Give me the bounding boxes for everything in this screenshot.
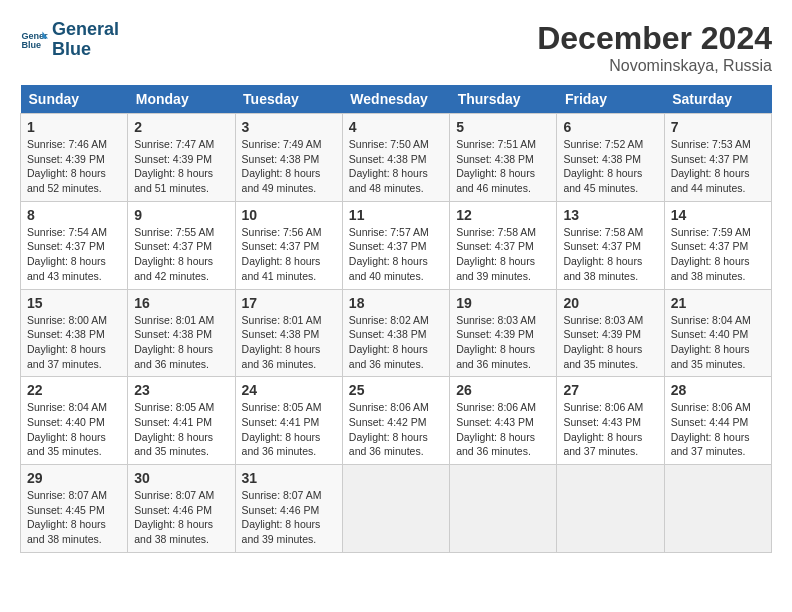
cell-content: Sunrise: 8:03 AM Sunset: 4:39 PM Dayligh…: [563, 313, 657, 372]
cell-content: Sunrise: 8:06 AM Sunset: 4:43 PM Dayligh…: [563, 400, 657, 459]
calendar-cell: 21 Sunrise: 8:04 AM Sunset: 4:40 PM Dayl…: [664, 289, 771, 377]
sunset-label: Sunset: 4:37 PM: [671, 153, 749, 165]
cell-content: Sunrise: 8:07 AM Sunset: 4:46 PM Dayligh…: [242, 488, 336, 547]
daylight-label: Daylight: 8 hours and 43 minutes.: [27, 255, 106, 282]
sunset-label: Sunset: 4:37 PM: [134, 240, 212, 252]
day-number: 19: [456, 295, 550, 311]
sunrise-label: Sunrise: 8:03 AM: [456, 314, 536, 326]
cell-content: Sunrise: 8:04 AM Sunset: 4:40 PM Dayligh…: [671, 313, 765, 372]
daylight-label: Daylight: 8 hours and 39 minutes.: [242, 518, 321, 545]
daylight-label: Daylight: 8 hours and 38 minutes.: [27, 518, 106, 545]
cell-content: Sunrise: 7:46 AM Sunset: 4:39 PM Dayligh…: [27, 137, 121, 196]
sunrise-label: Sunrise: 7:57 AM: [349, 226, 429, 238]
daylight-label: Daylight: 8 hours and 36 minutes.: [242, 343, 321, 370]
svg-text:Blue: Blue: [21, 40, 41, 50]
column-header-wednesday: Wednesday: [342, 85, 449, 114]
day-number: 21: [671, 295, 765, 311]
sunrise-label: Sunrise: 7:59 AM: [671, 226, 751, 238]
logo-text: GeneralBlue: [52, 20, 119, 60]
column-header-friday: Friday: [557, 85, 664, 114]
day-number: 7: [671, 119, 765, 135]
sunset-label: Sunset: 4:41 PM: [242, 416, 320, 428]
calendar-cell: 22 Sunrise: 8:04 AM Sunset: 4:40 PM Dayl…: [21, 377, 128, 465]
daylight-label: Daylight: 8 hours and 35 minutes.: [27, 431, 106, 458]
calendar-cell: 15 Sunrise: 8:00 AM Sunset: 4:38 PM Dayl…: [21, 289, 128, 377]
column-header-monday: Monday: [128, 85, 235, 114]
calendar-cell: [557, 465, 664, 553]
sunset-label: Sunset: 4:37 PM: [456, 240, 534, 252]
sunrise-label: Sunrise: 7:53 AM: [671, 138, 751, 150]
sunset-label: Sunset: 4:38 PM: [349, 328, 427, 340]
cell-content: Sunrise: 8:07 AM Sunset: 4:46 PM Dayligh…: [134, 488, 228, 547]
calendar-cell: 3 Sunrise: 7:49 AM Sunset: 4:38 PM Dayli…: [235, 114, 342, 202]
calendar-week-1: 1 Sunrise: 7:46 AM Sunset: 4:39 PM Dayli…: [21, 114, 772, 202]
day-number: 12: [456, 207, 550, 223]
sunset-label: Sunset: 4:40 PM: [671, 328, 749, 340]
daylight-label: Daylight: 8 hours and 44 minutes.: [671, 167, 750, 194]
day-number: 13: [563, 207, 657, 223]
daylight-label: Daylight: 8 hours and 41 minutes.: [242, 255, 321, 282]
sunset-label: Sunset: 4:38 PM: [563, 153, 641, 165]
daylight-label: Daylight: 8 hours and 49 minutes.: [242, 167, 321, 194]
daylight-label: Daylight: 8 hours and 36 minutes.: [456, 431, 535, 458]
cell-content: Sunrise: 7:57 AM Sunset: 4:37 PM Dayligh…: [349, 225, 443, 284]
cell-content: Sunrise: 8:07 AM Sunset: 4:45 PM Dayligh…: [27, 488, 121, 547]
sunset-label: Sunset: 4:45 PM: [27, 504, 105, 516]
daylight-label: Daylight: 8 hours and 38 minutes.: [134, 518, 213, 545]
sunrise-label: Sunrise: 8:05 AM: [134, 401, 214, 413]
daylight-label: Daylight: 8 hours and 37 minutes.: [563, 431, 642, 458]
sunset-label: Sunset: 4:38 PM: [134, 328, 212, 340]
column-header-sunday: Sunday: [21, 85, 128, 114]
cell-content: Sunrise: 8:04 AM Sunset: 4:40 PM Dayligh…: [27, 400, 121, 459]
daylight-label: Daylight: 8 hours and 36 minutes.: [349, 431, 428, 458]
calendar-cell: 12 Sunrise: 7:58 AM Sunset: 4:37 PM Dayl…: [450, 201, 557, 289]
day-number: 25: [349, 382, 443, 398]
sunset-label: Sunset: 4:38 PM: [242, 153, 320, 165]
calendar-cell: 10 Sunrise: 7:56 AM Sunset: 4:37 PM Dayl…: [235, 201, 342, 289]
daylight-label: Daylight: 8 hours and 48 minutes.: [349, 167, 428, 194]
sunset-label: Sunset: 4:39 PM: [563, 328, 641, 340]
calendar-cell: 30 Sunrise: 8:07 AM Sunset: 4:46 PM Dayl…: [128, 465, 235, 553]
column-header-thursday: Thursday: [450, 85, 557, 114]
daylight-label: Daylight: 8 hours and 38 minutes.: [671, 255, 750, 282]
calendar-cell: [450, 465, 557, 553]
daylight-label: Daylight: 8 hours and 35 minutes.: [134, 431, 213, 458]
sunrise-label: Sunrise: 8:00 AM: [27, 314, 107, 326]
sunrise-label: Sunrise: 7:56 AM: [242, 226, 322, 238]
sunrise-label: Sunrise: 8:04 AM: [27, 401, 107, 413]
calendar-week-5: 29 Sunrise: 8:07 AM Sunset: 4:45 PM Dayl…: [21, 465, 772, 553]
day-number: 6: [563, 119, 657, 135]
sunset-label: Sunset: 4:37 PM: [349, 240, 427, 252]
cell-content: Sunrise: 7:58 AM Sunset: 4:37 PM Dayligh…: [456, 225, 550, 284]
sunrise-label: Sunrise: 7:58 AM: [456, 226, 536, 238]
day-number: 24: [242, 382, 336, 398]
day-number: 27: [563, 382, 657, 398]
calendar-cell: 31 Sunrise: 8:07 AM Sunset: 4:46 PM Dayl…: [235, 465, 342, 553]
day-number: 3: [242, 119, 336, 135]
sunset-label: Sunset: 4:42 PM: [349, 416, 427, 428]
daylight-label: Daylight: 8 hours and 37 minutes.: [671, 431, 750, 458]
sunset-label: Sunset: 4:37 PM: [671, 240, 749, 252]
daylight-label: Daylight: 8 hours and 40 minutes.: [349, 255, 428, 282]
sunset-label: Sunset: 4:38 PM: [27, 328, 105, 340]
sunset-label: Sunset: 4:39 PM: [134, 153, 212, 165]
calendar-cell: 20 Sunrise: 8:03 AM Sunset: 4:39 PM Dayl…: [557, 289, 664, 377]
daylight-label: Daylight: 8 hours and 36 minutes.: [456, 343, 535, 370]
day-number: 4: [349, 119, 443, 135]
sunrise-label: Sunrise: 7:50 AM: [349, 138, 429, 150]
cell-content: Sunrise: 7:58 AM Sunset: 4:37 PM Dayligh…: [563, 225, 657, 284]
sunrise-label: Sunrise: 8:02 AM: [349, 314, 429, 326]
sunset-label: Sunset: 4:44 PM: [671, 416, 749, 428]
calendar-cell: 9 Sunrise: 7:55 AM Sunset: 4:37 PM Dayli…: [128, 201, 235, 289]
daylight-label: Daylight: 8 hours and 42 minutes.: [134, 255, 213, 282]
day-number: 20: [563, 295, 657, 311]
calendar-cell: [342, 465, 449, 553]
sunrise-label: Sunrise: 7:49 AM: [242, 138, 322, 150]
sunrise-label: Sunrise: 8:07 AM: [134, 489, 214, 501]
cell-content: Sunrise: 7:53 AM Sunset: 4:37 PM Dayligh…: [671, 137, 765, 196]
cell-content: Sunrise: 8:03 AM Sunset: 4:39 PM Dayligh…: [456, 313, 550, 372]
cell-content: Sunrise: 8:05 AM Sunset: 4:41 PM Dayligh…: [242, 400, 336, 459]
column-header-tuesday: Tuesday: [235, 85, 342, 114]
calendar-header-row: SundayMondayTuesdayWednesdayThursdayFrid…: [21, 85, 772, 114]
cell-content: Sunrise: 7:52 AM Sunset: 4:38 PM Dayligh…: [563, 137, 657, 196]
